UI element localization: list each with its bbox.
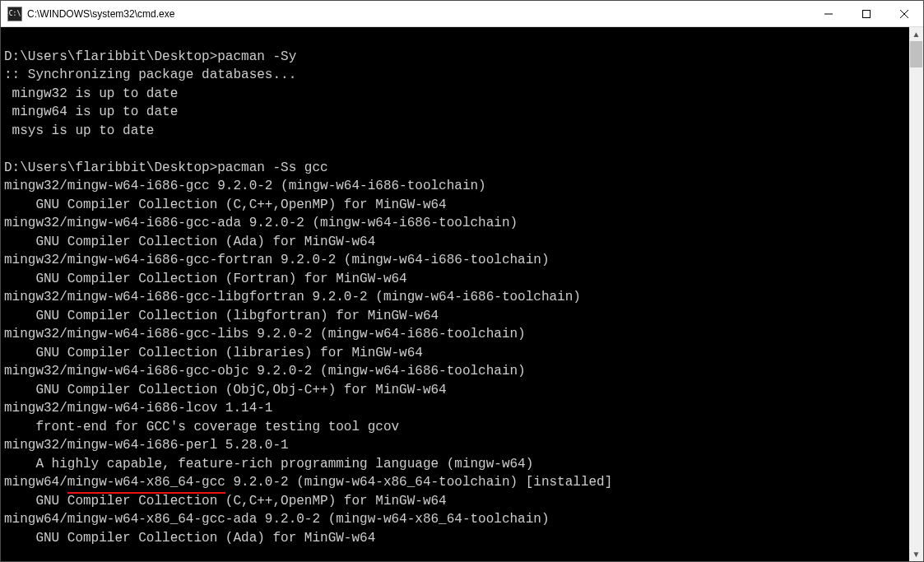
output-line: :: Synchronizing package databases... — [4, 66, 909, 85]
package-head: mingw32/mingw-w64-i686-gcc 9.2.0-2 (ming… — [4, 177, 909, 196]
cmd-icon: C:\ — [7, 7, 22, 21]
scroll-down-button[interactable]: ▼ — [909, 547, 923, 561]
package-desc: GNU Compiler Collection (libgfortran) fo… — [4, 307, 909, 326]
prompt-line: D:\Users\flaribbit\Desktop>pacman -Ss gc… — [4, 159, 909, 178]
prompt-line: D:\Users\flaribbit\Desktop>pacman -Sy — [4, 48, 909, 67]
package-desc: GNU Compiler Collection (Ada) for MinGW-… — [4, 529, 909, 548]
cmd-window: C:\ C:\WINDOWS\system32\cmd.exe D:\Users… — [0, 0, 924, 562]
titlebar[interactable]: C:\ C:\WINDOWS\system32\cmd.exe — [1, 1, 923, 27]
maximize-button[interactable] — [847, 1, 885, 26]
package-desc: GNU Compiler Collection (libraries) for … — [4, 344, 909, 363]
scroll-up-button[interactable]: ▲ — [909, 27, 923, 41]
package-desc: GNU Compiler Collection (ObjC,Obj-C++) f… — [4, 381, 909, 400]
close-icon — [900, 10, 908, 18]
blank-line — [4, 140, 909, 159]
package-desc: A highly capable, feature-rich programmi… — [4, 455, 909, 474]
minimize-icon — [824, 10, 833, 18]
terminal-output[interactable]: D:\Users\flaribbit\Desktop>pacman -Sy:: … — [1, 27, 909, 561]
close-button[interactable] — [885, 1, 923, 26]
underline-annotation: mingw-w64-x86_64-gcc — [67, 473, 225, 494]
package-desc: GNU Compiler Collection (Ada) for MinGW-… — [4, 233, 909, 252]
blank-line — [4, 29, 909, 48]
scroll-thumb[interactable] — [910, 41, 922, 67]
window-title: C:\WINDOWS\system32\cmd.exe — [27, 8, 174, 20]
output-line: mingw32 is up to date — [4, 85, 909, 104]
package-head: mingw32/mingw-w64-i686-gcc-libs 9.2.0-2 … — [4, 325, 909, 344]
package-desc: GNU Compiler Collection (C,C++,OpenMP) f… — [4, 492, 909, 511]
minimize-button[interactable] — [810, 1, 847, 26]
package-desc: front-end for GCC's coverage testing too… — [4, 418, 909, 437]
package-head-highlighted: mingw64/mingw-w64-x86_64-gcc 9.2.0-2 (mi… — [4, 473, 909, 492]
package-head: mingw32/mingw-w64-i686-gcc-libgfortran 9… — [4, 288, 909, 307]
output-line: mingw64 is up to date — [4, 103, 909, 122]
vertical-scrollbar[interactable]: ▲ ▼ — [909, 27, 923, 561]
package-head: mingw32/mingw-w64-i686-perl 5.28.0-1 — [4, 436, 909, 455]
svg-rect-1 — [863, 10, 871, 17]
output-line: msys is up to date — [4, 122, 909, 141]
maximize-icon — [862, 10, 871, 18]
package-desc: GNU Compiler Collection (Fortran) for Mi… — [4, 270, 909, 289]
package-head: mingw32/mingw-w64-i686-gcc-ada 9.2.0-2 (… — [4, 214, 909, 233]
package-desc: GNU Compiler Collection (C,C++,OpenMP) f… — [4, 196, 909, 215]
package-head: mingw32/mingw-w64-i686-gcc-objc 9.2.0-2 … — [4, 362, 909, 381]
package-head: mingw32/mingw-w64-i686-lcov 1.14-1 — [4, 399, 909, 418]
package-head: mingw32/mingw-w64-i686-gcc-fortran 9.2.0… — [4, 251, 909, 270]
package-head: mingw64/mingw-w64-x86_64-gcc-ada 9.2.0-2… — [4, 510, 909, 529]
